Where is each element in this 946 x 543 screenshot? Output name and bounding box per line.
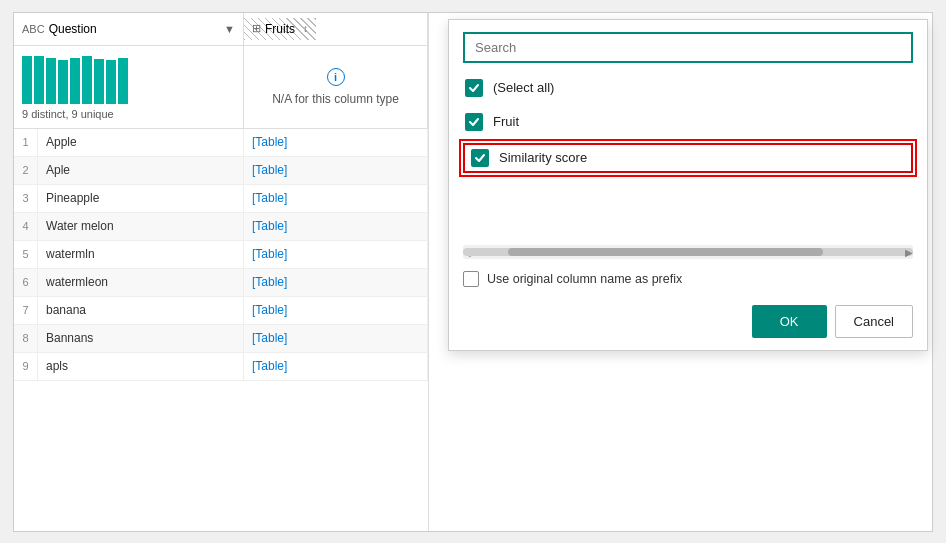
- dropdown-panel: (Select all) Fruit: [448, 19, 928, 351]
- row-fruits[interactable]: [Table]: [244, 129, 428, 156]
- scrollbar-area[interactable]: ◀ ▶: [463, 245, 913, 259]
- row-question: watermln: [38, 241, 244, 268]
- row-question: banana: [38, 297, 244, 324]
- table-row[interactable]: 7 banana [Table]: [14, 297, 428, 325]
- data-rows: 1 Apple [Table] 2 Aple [Table] 3 Pineapp…: [14, 129, 428, 531]
- bar-5: [70, 58, 80, 104]
- row-fruits[interactable]: [Table]: [244, 241, 428, 268]
- bar-9: [118, 58, 128, 104]
- table-row[interactable]: 3 Pineapple [Table]: [14, 185, 428, 213]
- dropdown-arrow-icon[interactable]: ▼: [224, 23, 235, 35]
- scrollbar-thumb[interactable]: [508, 248, 823, 256]
- row-number: 1: [14, 129, 38, 156]
- table-icon: ⊞: [252, 22, 261, 35]
- row-number: 8: [14, 325, 38, 352]
- table-header: ABC Question ▼ ⊞ Fruits ↕: [14, 13, 428, 46]
- table-row[interactable]: 9 apls [Table]: [14, 353, 428, 381]
- row-question: apls: [38, 353, 244, 380]
- search-input[interactable]: [475, 40, 901, 55]
- bar-chart: [22, 54, 235, 104]
- col-question-label: Question: [49, 22, 97, 36]
- row-question: Pineapple: [38, 185, 244, 212]
- table-row[interactable]: 8 Bannans [Table]: [14, 325, 428, 353]
- row-number: 7: [14, 297, 38, 324]
- checkbox-similarity[interactable]: Similarity score: [463, 143, 913, 173]
- scrollbar-track: [463, 248, 913, 256]
- bar-7: [94, 59, 104, 104]
- row-fruits[interactable]: [Table]: [244, 185, 428, 212]
- checkbox-box-fruit: [465, 113, 483, 131]
- checkbox-label-similarity: Similarity score: [499, 150, 587, 165]
- row-question: Bannans: [38, 325, 244, 352]
- table-row[interactable]: 4 Water melon [Table]: [14, 213, 428, 241]
- sort-icon[interactable]: ↕: [303, 23, 308, 34]
- table-row[interactable]: 2 Aple [Table]: [14, 157, 428, 185]
- bar-1: [22, 56, 32, 104]
- row-question: Apple: [38, 129, 244, 156]
- row-fruits[interactable]: [Table]: [244, 325, 428, 352]
- row-question: Aple: [38, 157, 244, 184]
- distinct-label: 9 distinct, 9 unique: [22, 108, 235, 120]
- row-number: 6: [14, 269, 38, 296]
- spacer: [449, 181, 927, 241]
- abc-icon: ABC: [22, 23, 45, 35]
- row-fruits[interactable]: [Table]: [244, 269, 428, 296]
- info-icon: i: [327, 68, 345, 86]
- bar-3: [46, 58, 56, 104]
- prefix-checkbox-label: Use original column name as prefix: [487, 272, 682, 286]
- checkbox-label-fruit: Fruit: [493, 114, 519, 129]
- row-fruits[interactable]: [Table]: [244, 213, 428, 240]
- checkbox-box-similarity: [471, 149, 489, 167]
- col-header-question[interactable]: ABC Question ▼: [14, 13, 244, 45]
- profile-chart-cell: 9 distinct, 9 unique: [14, 46, 244, 128]
- bar-4: [58, 60, 68, 104]
- prefix-checkbox-row[interactable]: Use original column name as prefix: [449, 263, 927, 295]
- row-fruits[interactable]: [Table]: [244, 157, 428, 184]
- dialog-overlay: (Select all) Fruit: [424, 13, 932, 531]
- checkbox-fruit[interactable]: Fruit: [463, 109, 913, 135]
- cancel-button[interactable]: Cancel: [835, 305, 913, 338]
- table-row[interactable]: 5 watermln [Table]: [14, 241, 428, 269]
- bar-6: [82, 56, 92, 104]
- row-question: watermleon: [38, 269, 244, 296]
- na-label: N/A for this column type: [272, 92, 399, 106]
- search-input-wrapper[interactable]: [463, 32, 913, 63]
- bar-2: [34, 56, 44, 104]
- table-row[interactable]: 6 watermleon [Table]: [14, 269, 428, 297]
- search-area: [449, 20, 927, 71]
- row-number: 3: [14, 185, 38, 212]
- dialog-footer: OK Cancel: [449, 295, 927, 350]
- row-question: Water melon: [38, 213, 244, 240]
- row-number: 5: [14, 241, 38, 268]
- profile-row: 9 distinct, 9 unique i N/A for this colu…: [14, 46, 428, 129]
- checkbox-select-all[interactable]: (Select all): [463, 75, 913, 101]
- checkbox-list: (Select all) Fruit: [449, 71, 927, 181]
- table-row[interactable]: 1 Apple [Table]: [14, 129, 428, 157]
- data-table: ABC Question ▼ ⊞ Fruits ↕: [14, 13, 429, 531]
- row-number: 4: [14, 213, 38, 240]
- profile-na-cell: i N/A for this column type: [244, 46, 428, 128]
- ok-button[interactable]: OK: [752, 305, 827, 338]
- prefix-checkbox-box[interactable]: [463, 271, 479, 287]
- col-header-fruits[interactable]: ⊞ Fruits ↕: [244, 13, 428, 45]
- checkbox-label-select-all: (Select all): [493, 80, 554, 95]
- checkbox-box-select-all: [465, 79, 483, 97]
- row-number: 9: [14, 353, 38, 380]
- scrollbar-right-button[interactable]: ▶: [905, 246, 913, 257]
- bar-8: [106, 60, 116, 104]
- row-fruits[interactable]: [Table]: [244, 297, 428, 324]
- col-fruits-label: Fruits: [265, 22, 295, 36]
- row-fruits[interactable]: [Table]: [244, 353, 428, 380]
- row-number: 2: [14, 157, 38, 184]
